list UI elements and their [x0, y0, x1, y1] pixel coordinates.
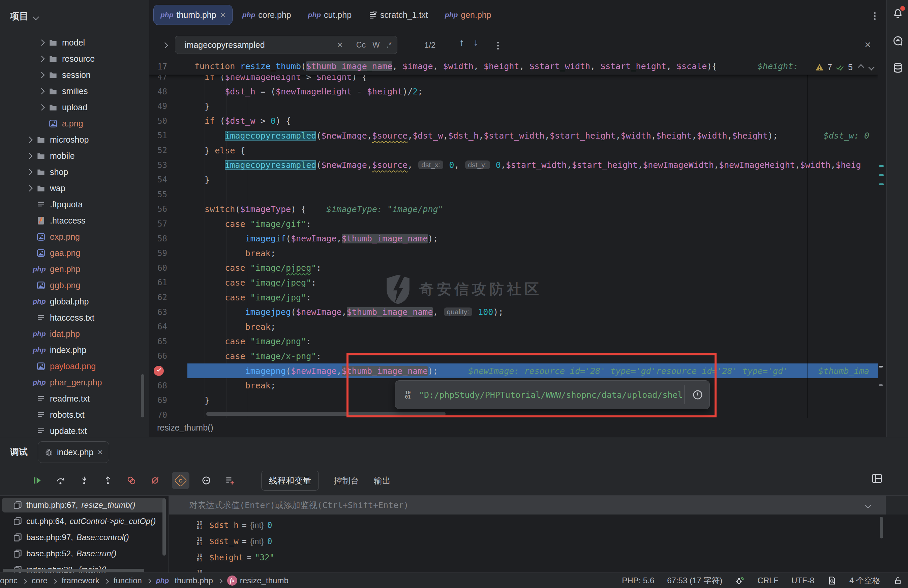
- indent-widget[interactable]: 4 个空格: [849, 575, 881, 586]
- line-number[interactable]: 51: [149, 131, 167, 140]
- variable-row[interactable]: 1001$dst_h={int}0: [169, 517, 843, 533]
- step-over-button[interactable]: [54, 474, 68, 487]
- breakpoint-options-button[interactable]: [200, 474, 213, 487]
- tab-gen-php[interactable]: phpgen.php: [438, 5, 499, 25]
- tree-item-readme-txt[interactable]: readme.txt: [0, 390, 149, 407]
- frames-horizontal-scrollbar[interactable]: [3, 569, 144, 572]
- next-problem-chevron-icon[interactable]: [868, 64, 874, 70]
- code-line-65[interactable]: 65 case "image/png":: [149, 334, 877, 349]
- line-number[interactable]: 59: [149, 248, 167, 258]
- tree-item-upload[interactable]: upload: [0, 99, 149, 115]
- chevron-right-icon[interactable]: [24, 170, 35, 174]
- inspections-widget-status[interactable]: [827, 576, 837, 585]
- code-line-57[interactable]: 57 case "image/gif":: [149, 216, 877, 231]
- add-watch-button[interactable]: [223, 474, 237, 487]
- debug-tab-threads-variables[interactable]: 线程和变量: [261, 471, 319, 491]
- tree-item-payload-png[interactable]: payload.png: [0, 358, 149, 374]
- search-query[interactable]: imagecopyresampled: [185, 40, 337, 50]
- stripe-mark[interactable]: [879, 184, 884, 185]
- next-match-icon[interactable]: ↓: [473, 37, 478, 48]
- tree-item-model[interactable]: model: [0, 34, 149, 51]
- view-breakpoints-button[interactable]: [125, 474, 138, 487]
- code-line-63[interactable]: 63 imagejpeg($newImage,$thumb_image_name…: [149, 305, 877, 320]
- encoding-widget[interactable]: UTF-8: [791, 576, 814, 585]
- tree-item-ggb-png[interactable]: ggb.png: [0, 277, 149, 293]
- debug-tab-output[interactable]: 输出: [374, 475, 391, 486]
- editor-breadcrumb[interactable]: resize_thumb(): [149, 418, 877, 437]
- breadcrumb-opnc[interactable]: opnc: [0, 576, 18, 585]
- match-case-toggle[interactable]: Cc: [356, 40, 366, 50]
- tree-item-idat-php[interactable]: phpidat.php: [0, 326, 149, 342]
- line-number[interactable]: 68: [149, 381, 167, 390]
- code-line-64[interactable]: 64 break;: [149, 319, 877, 334]
- line-number[interactable]: 52: [149, 146, 167, 155]
- code-line-54[interactable]: 54 }: [149, 172, 877, 187]
- database-icon[interactable]: [892, 62, 904, 74]
- code-line-56[interactable]: 56 switch($imageType) { $imageType: "ima…: [149, 201, 877, 216]
- frame-row[interactable]: base.php:97,Base::control(): [0, 529, 169, 546]
- watch-expression-bar[interactable]: 对表达式求值(Enter)或添加监视(Ctrl+Shift+Enter): [169, 496, 886, 514]
- line-number[interactable]: 50: [149, 116, 167, 126]
- tab-thumb-php[interactable]: phpthumb.php×: [153, 5, 233, 25]
- tree-item-htaccess-txt[interactable]: htaccess.txt: [0, 309, 149, 326]
- mute-breakpoints-button[interactable]: [148, 474, 162, 487]
- code-line-53[interactable]: 53 imagecopyresampled($newImage,$source,…: [149, 158, 877, 172]
- readonly-lock-widget[interactable]: [893, 576, 903, 585]
- tree-item-wap[interactable]: wap: [0, 180, 149, 196]
- code-line-55[interactable]: 55: [149, 187, 877, 202]
- line-number[interactable]: 54: [149, 175, 167, 184]
- layout-settings-icon[interactable]: [871, 472, 883, 485]
- tree-item-mobile[interactable]: mobile: [0, 148, 149, 164]
- tree-item-exp-png[interactable]: exp.png: [0, 229, 149, 245]
- code-line-59[interactable]: 59 break;: [149, 246, 877, 261]
- stripe-mark[interactable]: [879, 384, 883, 386]
- tree-item-smilies[interactable]: smilies: [0, 83, 149, 99]
- tree-item-global-php[interactable]: phpglobal.php: [0, 293, 149, 309]
- code-line-52[interactable]: 52 } else {: [149, 143, 877, 158]
- run-to-cursor-button[interactable]: C: [172, 472, 189, 489]
- close-icon[interactable]: ×: [221, 10, 225, 19]
- tree-item-index-php[interactable]: phpindex.php: [0, 342, 149, 358]
- stripe-mark[interactable]: [879, 165, 884, 167]
- project-panel-header[interactable]: 项目: [0, 0, 149, 32]
- line-number[interactable]: 58: [149, 234, 167, 243]
- chevron-down-icon[interactable]: [33, 14, 39, 20]
- line-number[interactable]: 66: [149, 351, 167, 361]
- line-number[interactable]: 63: [149, 308, 167, 317]
- regex-toggle[interactable]: .*: [386, 40, 392, 50]
- clear-search-icon[interactable]: ×: [337, 39, 343, 50]
- tab-cut-php[interactable]: phpcut.php: [301, 5, 359, 25]
- alert-circle-icon[interactable]: [686, 389, 710, 401]
- search-input[interactable]: imagecopyresampled ×CcW.*: [175, 36, 398, 54]
- line-number[interactable]: 70: [149, 410, 167, 418]
- line-number[interactable]: 49: [149, 101, 167, 111]
- stop-button[interactable]: [7, 474, 20, 487]
- breadcrumb-core[interactable]: core: [32, 576, 48, 585]
- code-line-49[interactable]: 49 }: [149, 99, 877, 114]
- find-expand-chevron-icon[interactable]: [162, 42, 168, 48]
- breadcrumb-resize-thumb[interactable]: fxresize_thumb: [227, 575, 288, 586]
- chevron-right-icon[interactable]: [36, 40, 47, 45]
- chevron-right-icon[interactable]: [36, 73, 47, 77]
- code-line-48[interactable]: 48 $dst_h = ($newImageHeight - $height)/…: [149, 84, 877, 99]
- frame-row[interactable]: base.php:52,Base::run(): [0, 546, 169, 562]
- code-line-51[interactable]: 51 imagecopyresampled($newImage,$source,…: [149, 128, 877, 143]
- line-number[interactable]: 60: [149, 263, 167, 273]
- project-tree-scrollbar[interactable]: [141, 374, 144, 417]
- step-out-button[interactable]: [101, 474, 114, 487]
- line-number[interactable]: 53: [149, 161, 167, 170]
- tree-item--ftpquota[interactable]: .ftpquota: [0, 196, 149, 213]
- notifications-bell-icon[interactable]: [892, 7, 904, 19]
- frames-scrollbar[interactable]: [163, 498, 166, 556]
- line-number[interactable]: 55: [149, 190, 167, 199]
- line-number[interactable]: 65: [149, 337, 167, 346]
- close-search-icon[interactable]: ×: [865, 39, 871, 51]
- breadcrumb-framework[interactable]: framework: [62, 576, 100, 585]
- chevron-right-icon[interactable]: [36, 56, 47, 61]
- tree-item-session[interactable]: session: [0, 67, 149, 83]
- php-version-widget[interactable]: PHP: 5.6: [622, 576, 654, 585]
- line-number[interactable]: 62: [149, 293, 167, 302]
- step-into-button[interactable]: [77, 474, 91, 487]
- tree-item-a-png[interactable]: a.png: [0, 115, 149, 132]
- line-number[interactable]: 57: [149, 219, 167, 229]
